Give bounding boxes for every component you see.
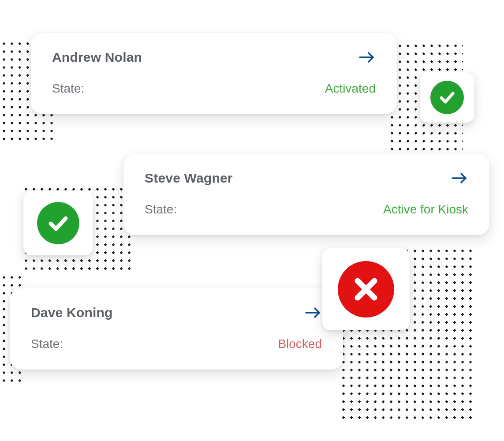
state-label: State: xyxy=(145,202,177,217)
status-badge xyxy=(420,72,474,123)
user-card[interactable]: Andrew Nolan State: Activated xyxy=(31,33,397,114)
arrow-right-icon[interactable] xyxy=(304,306,322,319)
status-badge xyxy=(322,248,410,330)
status-badge xyxy=(23,191,93,255)
cross-icon xyxy=(338,261,394,318)
state-value: Activated xyxy=(325,82,376,96)
state-value: Active for Kiosk xyxy=(383,202,468,217)
check-icon xyxy=(430,81,464,114)
arrow-right-icon[interactable] xyxy=(451,172,468,185)
user-name: Andrew Nolan xyxy=(52,50,142,65)
state-label: State: xyxy=(52,82,84,96)
check-icon xyxy=(37,202,79,244)
user-card[interactable]: Steve Wagner State: Active for Kiosk xyxy=(123,154,489,235)
state-value: Blocked xyxy=(278,337,322,351)
user-name: Steve Wagner xyxy=(145,171,233,186)
user-card[interactable]: Dave Koning State: Blocked xyxy=(10,288,343,370)
arrow-right-icon[interactable] xyxy=(358,51,376,64)
state-label: State: xyxy=(31,337,63,351)
user-name: Dave Koning xyxy=(31,305,113,320)
